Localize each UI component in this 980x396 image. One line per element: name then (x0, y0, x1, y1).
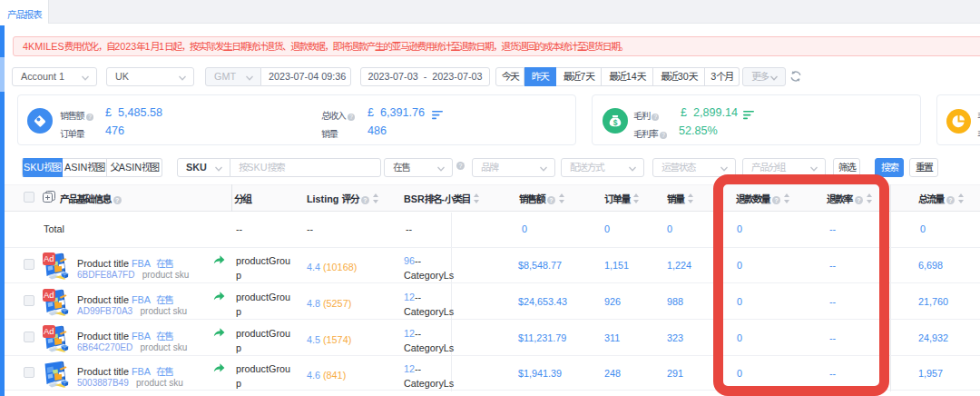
svg-text:$: $ (613, 118, 618, 127)
